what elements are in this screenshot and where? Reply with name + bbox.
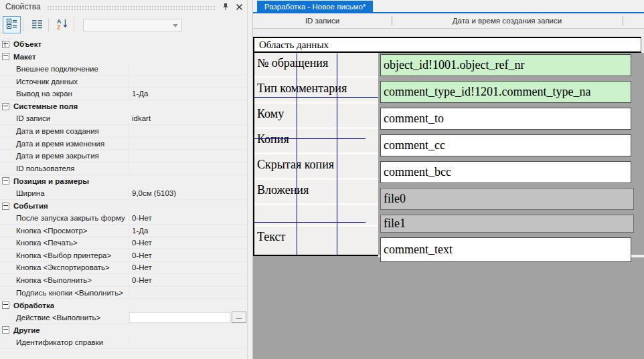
property-value	[129, 138, 247, 150]
properties-toolbar: A Z	[0, 15, 247, 35]
property-row[interactable]: Кнопка <Выполнить>0-Нет	[0, 274, 247, 287]
property-row[interactable]: ID пользователя	[0, 162, 247, 175]
property-row[interactable]: Ширина9,0см (5103)	[0, 187, 247, 200]
form-field-row: file0	[380, 188, 637, 213]
chevron-down-icon	[173, 24, 178, 27]
form-field-row: file1	[380, 215, 637, 236]
close-icon[interactable]	[234, 1, 244, 12]
property-value: 0-Нет	[129, 237, 247, 249]
property-row[interactable]: Источник данных	[0, 76, 247, 88]
form-field-box[interactable]: comment_type_id!1201.comment_type_na	[380, 81, 631, 103]
property-row[interactable]: Кнопка <Просмотр>1-Да	[0, 225, 247, 237]
data-area-band-header[interactable]: Область данных	[253, 37, 641, 53]
form-field-label[interactable]: Скрытая копия	[254, 154, 378, 180]
property-group-row[interactable]: Позиция и размеры	[0, 175, 247, 188]
form-field-label[interactable]: № обращения	[254, 53, 378, 78]
collapse-icon[interactable]	[2, 103, 9, 110]
property-row[interactable]: Дата и время создания	[0, 125, 247, 138]
collapse-icon[interactable]	[2, 203, 9, 210]
property-value	[129, 162, 247, 174]
form-field-box[interactable]: file0	[380, 188, 634, 210]
property-row[interactable]: Внешнее подключение	[0, 63, 247, 76]
property-name: Кнопка <Печать>	[0, 239, 129, 247]
form-field-box[interactable]: comment_cc	[380, 134, 631, 156]
property-group-row[interactable]: Обработка	[0, 299, 247, 312]
property-group-label: Позиция и размеры	[13, 177, 89, 185]
property-value: 0-Нет	[129, 262, 247, 274]
categorized-view-button[interactable]	[3, 16, 21, 33]
panel-splitter[interactable]	[248, 0, 253, 359]
property-row[interactable]: После запуска закрыть форму0-Нет	[0, 212, 247, 225]
property-row[interactable]: Кнопка <Выбор принтера>0-Нет	[0, 249, 247, 262]
property-name: ID записи	[0, 114, 129, 122]
collapse-icon[interactable]	[2, 326, 9, 334]
designer-grid-hline	[254, 138, 366, 139]
categorized-icon	[6, 18, 17, 32]
form-field-label[interactable]	[254, 205, 378, 227]
form-field-label[interactable]: Вложения	[254, 180, 378, 205]
property-row[interactable]: Дата и время изменения	[0, 138, 247, 150]
header-field-record-id[interactable]: ID записи	[253, 13, 392, 28]
property-row[interactable]: Кнопка <Экспортировать>0-Нет	[0, 262, 247, 275]
form-field-box[interactable]: comment_to	[380, 108, 631, 130]
form-field-label[interactable]: Текст	[254, 227, 378, 255]
toolbar-separator	[23, 18, 23, 31]
sort-az-button[interactable]: A Z	[54, 16, 72, 33]
property-name: После запуска закрыть форму	[0, 214, 129, 222]
form-field-label[interactable]: Тип комментария	[254, 78, 378, 104]
form-field-row: object_id!1001.object_ref_nr	[380, 54, 637, 80]
property-name: Кнопка <Просмотр>	[0, 227, 129, 235]
property-value: idkart	[129, 113, 247, 125]
expand-icon[interactable]	[2, 41, 9, 48]
form-field-row: comment_bcc	[380, 161, 637, 187]
form-field-box[interactable]: file1	[380, 215, 634, 233]
property-name: Дата и время закрытия	[0, 152, 129, 160]
property-edit-field[interactable]	[129, 312, 230, 323]
property-value-editor: ...	[129, 312, 247, 324]
header-field-record-created[interactable]: Дата и время создания записи	[392, 13, 623, 28]
form-field-label[interactable]: Кому	[254, 104, 378, 129]
ellipsis-button[interactable]: ...	[232, 312, 246, 323]
property-name: Кнопка <Выбор принтера>	[0, 251, 129, 259]
designer-grid-vline	[297, 53, 297, 255]
property-value	[129, 125, 247, 137]
property-group-row[interactable]: Системные поля	[0, 100, 247, 113]
form-labels-column: № обращенияТип комментарияКомуКопияСкрыт…	[253, 53, 378, 255]
property-value	[129, 150, 247, 162]
property-group-row[interactable]: Объект	[0, 38, 247, 51]
property-row[interactable]: ID записиidkart	[0, 113, 247, 126]
designer-canvas: Область данных № обращенияТип комментари…	[253, 29, 644, 359]
form-field-label[interactable]: Копия	[254, 129, 378, 154]
property-row[interactable]: Подпись кнопки <Выполнить>	[0, 287, 247, 300]
property-group-row[interactable]: События	[0, 200, 247, 213]
property-group-row[interactable]: Макет	[0, 51, 247, 64]
form-field-row: comment_text	[380, 237, 637, 265]
collapse-icon[interactable]	[2, 53, 9, 60]
property-row[interactable]: Идентификатор справки	[0, 336, 247, 349]
pin-icon[interactable]	[220, 1, 231, 12]
designer-tabbar: Разработка - Новое письмо*	[253, 0, 644, 13]
property-row[interactable]: Дата и время закрытия	[0, 150, 247, 162]
property-row[interactable]: Действие <Выполнить>...	[0, 312, 247, 324]
header-separator	[623, 16, 623, 25]
collapse-icon[interactable]	[2, 302, 9, 309]
property-group-label: События	[13, 202, 48, 210]
designer-grid-hline	[254, 97, 378, 98]
property-row[interactable]: Кнопка <Печать>0-Нет	[0, 237, 247, 250]
tab-development-new-letter[interactable]: Разработка - Новое письмо*	[257, 1, 373, 13]
property-value: 1-Да	[129, 225, 247, 237]
property-filter-combobox[interactable]	[83, 19, 182, 31]
property-group-row[interactable]: Другие	[0, 324, 247, 337]
alphabetical-view-button[interactable]	[28, 16, 46, 33]
properties-titlebar[interactable]: Свойства	[0, 0, 247, 13]
form-field-box[interactable]: comment_text	[380, 237, 631, 262]
property-value	[129, 76, 247, 88]
property-name: ID пользователя	[0, 164, 129, 172]
form-field-box[interactable]: object_id!1001.object_ref_nr	[380, 54, 631, 76]
properties-grid: ОбъектМакетВнешнее подключениеИсточник д…	[0, 38, 247, 349]
collapse-icon[interactable]	[2, 177, 9, 185]
property-row[interactable]: Вывод на экран1-Да	[0, 88, 247, 100]
form-field-box[interactable]: comment_bcc	[380, 161, 631, 183]
property-name: Идентификатор справки	[0, 338, 129, 346]
property-value: 9,0см (5103)	[129, 187, 247, 199]
